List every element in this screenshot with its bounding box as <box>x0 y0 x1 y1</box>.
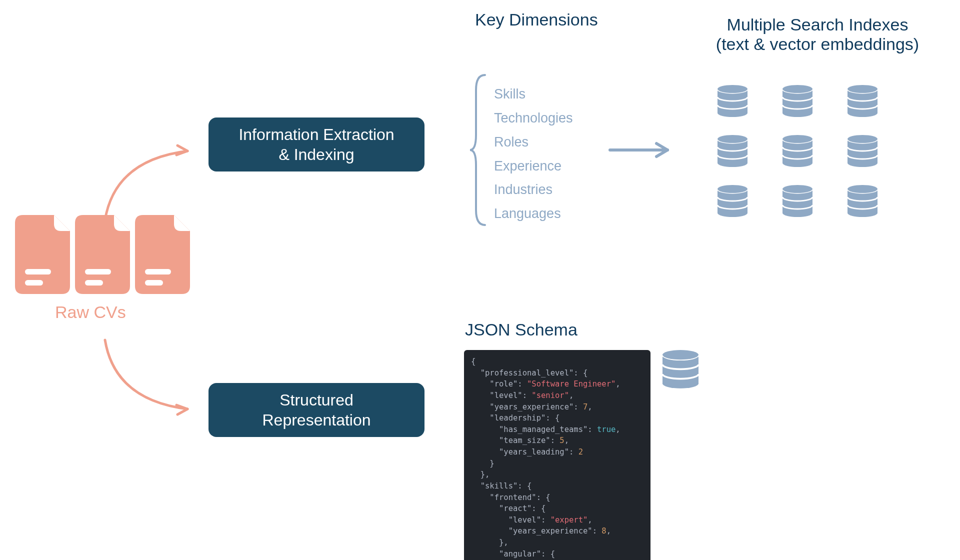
dim-item: Industries <box>494 180 573 200</box>
pill2-line2: Representation <box>262 410 370 430</box>
dim-item: Languages <box>494 204 573 224</box>
dim-item: Roles <box>494 132 573 153</box>
raw-cvs-label: Raw CVs <box>55 302 126 322</box>
brace-key-dims <box>470 75 490 225</box>
pill1-line1: Information Extraction <box>238 124 394 144</box>
structured-rep-pill: Structured Representation <box>208 383 424 437</box>
indexes-heading: Multiple Search Indexes (text & vector e… <box>692 15 942 54</box>
arrow-to-indexes <box>608 140 680 160</box>
db-grid <box>718 85 908 225</box>
arrow-to-extraction <box>95 145 210 225</box>
db-json <box>662 350 702 395</box>
dim-item: Experience <box>494 156 573 177</box>
raw-cvs-icons <box>15 215 195 300</box>
dim-item: Technologies <box>494 108 573 129</box>
json-schema-code: { "professional_level": { "role": "Softw… <box>464 350 650 560</box>
info-extraction-pill: Information Extraction & Indexing <box>208 118 424 172</box>
indexes-line1: Multiple Search Indexes <box>692 15 942 34</box>
dim-item: Skills <box>494 84 573 105</box>
dimensions-list: Skills Technologies Roles Experience Ind… <box>494 84 573 224</box>
json-schema-heading: JSON Schema <box>465 320 578 340</box>
svg-point-27 <box>662 350 698 360</box>
indexes-line2: (text & vector embeddings) <box>692 34 942 54</box>
key-dimensions-heading: Key Dimensions <box>475 10 598 30</box>
pill1-line2: & Indexing <box>278 144 354 164</box>
pill2-line1: Structured <box>280 390 354 410</box>
arrow-to-structured <box>95 335 210 415</box>
